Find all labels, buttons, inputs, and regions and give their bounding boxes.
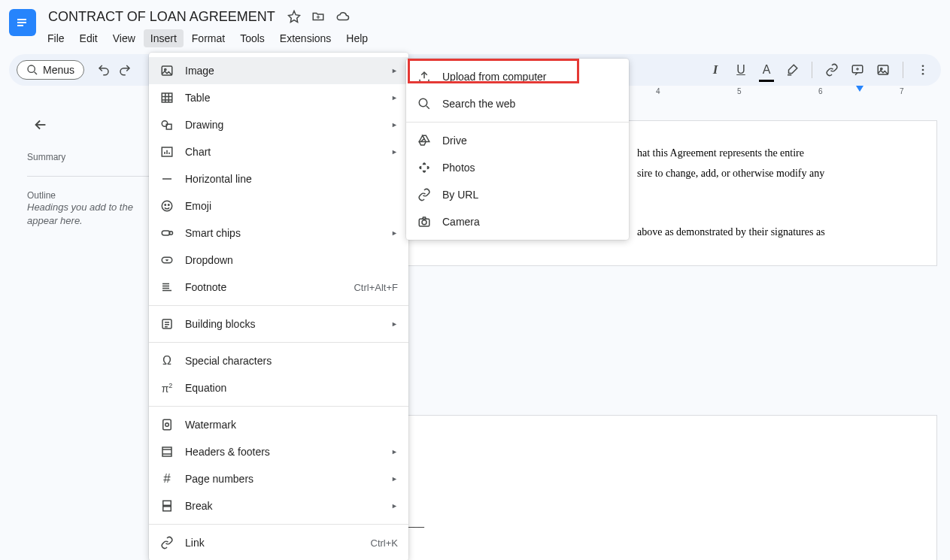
menubar-extensions[interactable]: Extensions [273, 29, 338, 47]
blocks-icon [159, 317, 175, 331]
add-comment-button[interactable] [847, 59, 868, 80]
svg-rect-12 [162, 93, 172, 102]
image-submenu-item-photos[interactable]: Photos [406, 154, 629, 181]
underline-button[interactable]: U [730, 59, 751, 80]
svg-rect-0 [17, 19, 26, 20]
upload-icon [417, 70, 432, 83]
insert-menu-item-footnote[interactable]: FootnoteCtrl+Alt+F [149, 274, 408, 301]
insert-image-button[interactable] [873, 59, 894, 80]
menu-item-label: Building blocks [185, 318, 381, 330]
insert-link-button[interactable] [821, 59, 842, 80]
submenu-arrow-icon: ► [391, 475, 398, 483]
menu-item-label: Page numbers [185, 473, 381, 485]
image-submenu-item-search-the-web[interactable]: Search the web [406, 90, 629, 117]
image-submenu-item-by-url[interactable]: By URL [406, 181, 629, 208]
menu-item-label: Image [185, 65, 381, 77]
insert-menu-item-horizontal-line[interactable]: Horizontal line [149, 165, 408, 192]
submenu-arrow-icon: ► [391, 229, 398, 237]
menu-item-label: Equation [185, 382, 398, 394]
insert-menu-item-page-numbers[interactable]: #Page numbers► [149, 465, 408, 492]
svg-point-17 [165, 204, 166, 206]
text-color-button[interactable]: A [756, 59, 777, 80]
menubar-view[interactable]: View [106, 29, 142, 47]
submenu-arrow-icon: ► [391, 148, 398, 156]
drive-icon [417, 134, 432, 147]
ruler-indent-marker[interactable] [856, 86, 863, 92]
menubar-format[interactable]: Format [185, 29, 232, 47]
dropdown-icon [159, 253, 175, 267]
insert-menu-item-equation[interactable]: π2Equation [149, 374, 408, 401]
chips-icon [159, 226, 175, 240]
insert-menu-item-special-characters[interactable]: ΩSpecial characters [149, 347, 408, 374]
svg-point-11 [165, 68, 166, 70]
search-menus-chip[interactable]: Menus [17, 60, 84, 80]
emoji-icon [159, 199, 175, 213]
insert-menu-item-drawing[interactable]: Drawing► [149, 111, 408, 138]
menu-item-label: By URL [442, 189, 618, 201]
redo-button[interactable] [114, 59, 135, 80]
menu-item-label: Link [185, 537, 360, 549]
photos-icon [417, 161, 432, 174]
undo-button[interactable] [93, 59, 114, 80]
menu-item-label: Search the web [442, 98, 618, 110]
insert-menu-item-building-blocks[interactable]: Building blocks► [149, 310, 408, 338]
insert-menu-item-link[interactable]: LinkCtrl+K [149, 529, 408, 556]
italic-button[interactable]: I [705, 59, 726, 80]
star-icon[interactable] [287, 10, 301, 23]
hash-icon: # [159, 471, 175, 486]
docs-logo[interactable] [9, 9, 36, 36]
menubar-help[interactable]: Help [339, 29, 375, 47]
menubar-edit[interactable]: Edit [73, 29, 105, 47]
submenu-arrow-icon: ► [391, 67, 398, 74]
insert-menu-item-emoji[interactable]: Emoji [149, 192, 408, 219]
ruler-tick: 7 [900, 87, 904, 95]
move-icon[interactable] [311, 10, 325, 23]
vertical-ruler[interactable] [0, 99, 12, 560]
header-main: CONTRACT OF LOAN AGREEMENT FileEditViewI… [44, 6, 941, 50]
svg-rect-2 [17, 25, 23, 26]
submenu-arrow-icon: ► [391, 502, 398, 510]
svg-point-3 [28, 65, 35, 72]
insert-menu-item-dropdown[interactable]: Dropdown [149, 247, 408, 274]
watermark-icon [159, 418, 175, 431]
menubar-tools[interactable]: Tools [233, 29, 272, 47]
menu-item-label: Smart chips [185, 227, 381, 239]
ruler-tick: 4 [656, 87, 660, 95]
break-icon [159, 499, 175, 513]
chart-icon [159, 145, 175, 159]
menu-shortcut: Ctrl+K [371, 537, 398, 549]
cloud-icon[interactable] [335, 10, 351, 23]
insert-menu-item-smart-chips[interactable]: Smart chips► [149, 219, 408, 247]
svg-point-6 [881, 68, 882, 69]
insert-menu-item-break[interactable]: Break► [149, 492, 408, 519]
menu-item-label: Chart [185, 146, 381, 158]
menu-separator [149, 406, 408, 407]
image-submenu-item-upload-from-computer[interactable]: Upload from computer [406, 63, 629, 90]
collapse-outline-button[interactable] [27, 111, 54, 138]
image-submenu-item-drive[interactable]: Drive [406, 127, 629, 154]
svg-rect-1 [17, 22, 26, 23]
url-icon [417, 188, 432, 201]
insert-menu-item-watermark[interactable]: Watermark [149, 411, 408, 438]
image-submenu-item-camera[interactable]: Camera [406, 208, 629, 235]
ruler-tick: 5 [737, 87, 742, 95]
doc-title[interactable]: CONTRACT OF LOAN AGREEMENT [44, 8, 280, 26]
menu-separator [149, 342, 408, 343]
footnote-icon [159, 280, 175, 294]
menubar-file[interactable]: File [41, 29, 71, 47]
highlight-button[interactable] [782, 59, 803, 80]
svg-rect-27 [163, 507, 171, 511]
svg-point-16 [162, 201, 172, 211]
omega-icon: Ω [159, 354, 175, 368]
insert-menu-item-table[interactable]: Table► [149, 84, 408, 111]
google-docs-app: CONTRACT OF LOAN AGREEMENT FileEditViewI… [0, 0, 950, 560]
link-icon [159, 536, 175, 549]
more-button[interactable] [912, 59, 933, 80]
menu-item-label: Upload from computer [442, 71, 618, 83]
insert-menu-item-chart[interactable]: Chart► [149, 138, 408, 165]
insert-menu-item-image[interactable]: Image► [149, 57, 408, 84]
menubar-insert[interactable]: Insert [144, 29, 184, 47]
menu-item-label: Footnote [185, 281, 343, 293]
insert-menu-item-headers-&-footers[interactable]: Headers & footers► [149, 438, 408, 465]
table-icon [159, 91, 175, 104]
